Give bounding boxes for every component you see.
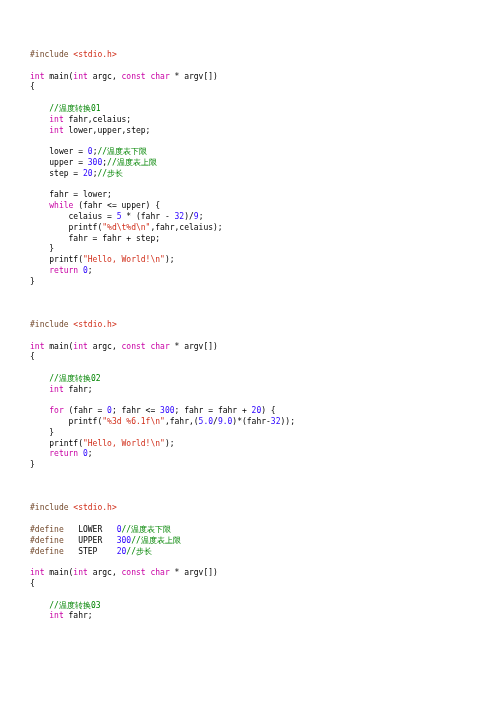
header: <stdio.h> xyxy=(73,50,116,59)
kw: int xyxy=(30,72,44,81)
comment: //温度转换01 xyxy=(49,104,100,113)
code-block-1: #include <stdio.h> int main(int argc, co… xyxy=(30,50,470,622)
preproc: #include xyxy=(30,50,69,59)
